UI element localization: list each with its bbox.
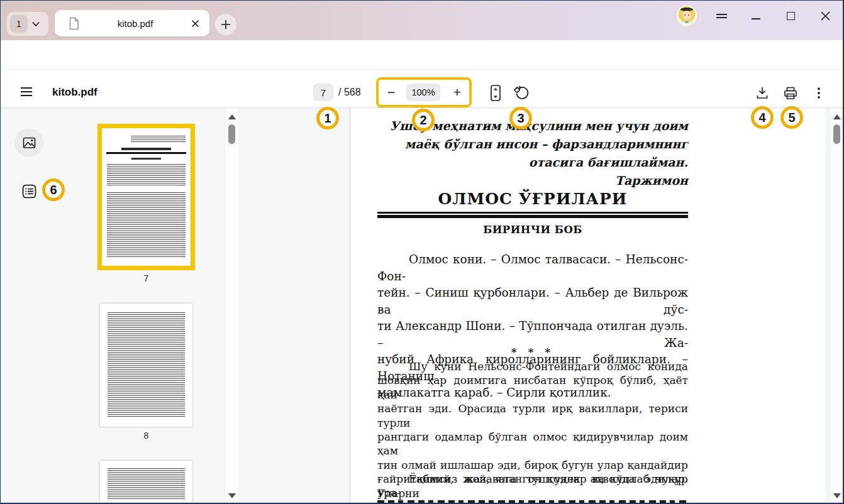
- page-number-input[interactable]: [313, 84, 333, 101]
- book-title: ОЛМОС ЎҒРИЛАРИ: [377, 190, 688, 208]
- thumbnail-sidebar: 7 8: [1, 108, 238, 503]
- annotation-circle-5: 5: [780, 106, 803, 129]
- titlebar: 1 kitob.pdf: [1, 1, 843, 40]
- paragraph: Ёқимсиз жой, ялангоч қоялар ва кўплаб чу…: [377, 472, 688, 504]
- zoom-in-button[interactable]: +: [448, 84, 466, 101]
- scroll-down-arrow[interactable]: [833, 493, 841, 498]
- address-bar: Я file:///C:/1/kitob.pdf Chop etish: [1, 40, 843, 70]
- chapter-heading: БИРИНЧИ БОБ: [377, 224, 688, 236]
- close-icon: [821, 11, 830, 21]
- pdf-print-button[interactable]: [781, 84, 800, 102]
- scroll-down-arrow[interactable]: [228, 493, 236, 498]
- list-icon: [21, 184, 37, 199]
- chevron-down-icon: [32, 21, 40, 27]
- text-line: Олмос кони. – Олмос талвасаси. – Нельсон…: [377, 251, 688, 285]
- thumbnail-label-8: 8: [100, 430, 192, 441]
- clipped-text-line: [377, 500, 688, 503]
- plus-icon: [221, 19, 231, 30]
- text-line: Шу куни Нельсонс-Фонтейндаги олмос конид…: [377, 359, 688, 373]
- avatar[interactable]: [676, 5, 697, 26]
- download-tray-icon: [755, 86, 769, 101]
- rotate-button[interactable]: [512, 84, 531, 102]
- new-tab-button[interactable]: [215, 14, 236, 35]
- fit-page-icon: [489, 84, 503, 102]
- pdf-doc-title: kitob.pdf: [52, 86, 97, 99]
- text-line: маёқ бўлган инсон – фарзандларимнинг: [377, 135, 688, 153]
- window-minimize-button[interactable]: [747, 7, 765, 25]
- text-line: тейн. – Синиш қурбонлари. – Альбер де Ви…: [377, 285, 688, 318]
- text-line: Таржимон: [377, 172, 688, 190]
- title-rule: [377, 212, 688, 214]
- pdf-viewer-area: 7 8 Ушбу меҳнатим маҳсулини мен учун дои…: [1, 108, 843, 503]
- annotation-circle-2: 2: [412, 109, 435, 131]
- thumbnail-scrollbar[interactable]: [225, 108, 238, 503]
- text-line: Ёқимсиз жой, ялангоч қоялар ва кўплаб чу…: [377, 472, 688, 500]
- page-scrollbar[interactable]: [830, 108, 843, 503]
- thumbnail-label-7: 7: [100, 273, 192, 283]
- text-line: наётган эди. Орасида турли ирқ вакиллари…: [377, 402, 688, 430]
- rotate-icon: [513, 85, 530, 101]
- image-icon: [22, 136, 36, 150]
- tab-count-badge: 1: [10, 15, 28, 33]
- scrollbar-thumb[interactable]: [228, 124, 235, 144]
- section-separator: * * *: [377, 346, 688, 358]
- pdf-menu-button[interactable]: [21, 87, 32, 99]
- thumbnail-page-9[interactable]: [100, 461, 192, 503]
- tab-title: kitob.pdf: [79, 18, 191, 29]
- window-close-button[interactable]: [816, 7, 835, 25]
- document-icon: [69, 17, 79, 30]
- browser-window: 1 kitob.pdf Я: [0, 0, 844, 504]
- thumbnail-page-8[interactable]: [100, 304, 192, 427]
- tab-kitob-pdf[interactable]: kitob.pdf: [55, 10, 209, 36]
- scroll-up-arrow[interactable]: [833, 114, 841, 119]
- annotation-circle-6: 6: [42, 178, 65, 201]
- pdf-page: Ушбу меҳнатим маҳсулини мен учун доиммаё…: [350, 108, 826, 503]
- annotation-circle-4: 4: [751, 106, 774, 129]
- text-line: рангдаги одамлар бўлган олмос қидирувчил…: [377, 430, 688, 458]
- fit-to-page-button[interactable]: [486, 84, 505, 102]
- scrollbar-thumb[interactable]: [833, 124, 840, 144]
- window-maximize-button[interactable]: [781, 7, 800, 25]
- browser-menu-button[interactable]: [712, 7, 731, 25]
- tab-close-icon[interactable]: [191, 19, 199, 28]
- thumbnail-page-7-selected[interactable]: [97, 124, 195, 270]
- pdf-download-button[interactable]: [753, 84, 772, 102]
- contents-button[interactable]: [20, 182, 38, 200]
- scroll-up-arrow[interactable]: [228, 114, 236, 119]
- page-total-label: / 568: [338, 87, 361, 98]
- text-line: отасига бағишлайман.: [377, 153, 688, 172]
- printer-icon: [784, 87, 797, 100]
- kebab-icon: [818, 87, 820, 99]
- annotation-circle-1: 1: [316, 107, 339, 129]
- zoom-out-button[interactable]: −: [382, 84, 400, 101]
- annotation-circle-3: 3: [509, 107, 532, 129]
- text-line: тин олмай ишлашар эди, бироқ бугун улар …: [377, 458, 688, 472]
- page-view-button[interactable]: [14, 128, 43, 157]
- title-rule: [377, 215, 688, 218]
- tab-group-counter[interactable]: 1: [7, 12, 48, 36]
- text-line: шовқин ҳар доимгига нисбатан кўпроқ бўли…: [377, 373, 688, 402]
- zoom-level-value: 100%: [406, 84, 440, 101]
- pdf-more-button[interactable]: [809, 84, 828, 102]
